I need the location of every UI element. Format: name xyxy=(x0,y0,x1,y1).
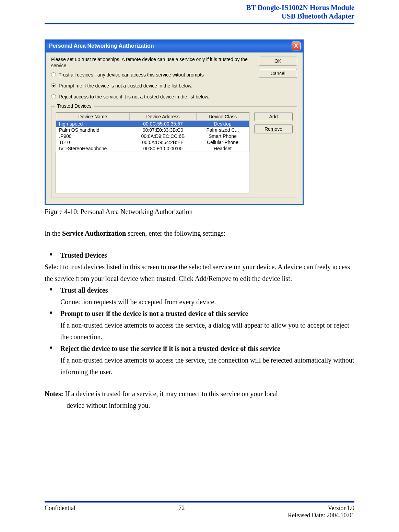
footer-page-number: 72 xyxy=(179,505,185,519)
radio-prompt-label: rompt me if the device is not a trusted … xyxy=(62,83,192,88)
pan-authorization-dialog: Personal Area Networking Authorization X… xyxy=(45,39,304,205)
radio-reject-label: eject access to the service if it is not… xyxy=(62,94,209,99)
dialog-intro-text: Please set up trust relationships. A rem… xyxy=(51,57,254,69)
list-item: Prompt to user if the device is not a tr… xyxy=(45,308,354,343)
footer-divider xyxy=(45,501,354,503)
list-item: Reject the device to use the service if … xyxy=(45,343,354,378)
notes-paragraph: Notes: If a device is trusted for a serv… xyxy=(45,388,354,411)
radio-prompt[interactable]: Prompt me if the device is not a trusted… xyxy=(51,83,254,88)
cell-class: Desktop xyxy=(197,121,249,127)
radio-icon xyxy=(51,83,56,88)
cell-name: Palm OS handheld xyxy=(56,127,129,133)
col-device-name[interactable]: Device Name xyxy=(56,113,129,121)
cell-class: Palm-sized C... xyxy=(197,127,249,133)
cell-name: high-speed-ii xyxy=(56,121,129,127)
notes-body-line2: device without informing you. xyxy=(67,400,354,411)
table-empty-area[interactable] xyxy=(56,152,249,193)
close-icon[interactable]: X xyxy=(292,42,301,50)
dialog-body: Please set up trust relationships. A rem… xyxy=(46,52,303,204)
item-heading: Reject the device to use the service if … xyxy=(60,343,354,354)
intro-suffix: screen, enter the following settings: xyxy=(126,229,225,237)
cell-addr: 00:80:E1:00:00:00 xyxy=(129,145,197,152)
dialog-title: Personal Area Networking Authorization xyxy=(49,43,154,49)
cell-class: Headset xyxy=(197,145,249,152)
table-row[interactable]: Palm OS handheld 00:07:E0:33:3B:C0 Palm-… xyxy=(56,127,249,133)
ok-button[interactable]: OK xyxy=(259,57,297,66)
header-line-1: BT Dongle-IS1002N Horus Module xyxy=(246,3,354,12)
cell-class: Smart Phone xyxy=(197,133,249,139)
item-heading: Prompt to user if the device is not a tr… xyxy=(60,308,354,319)
intro-paragraph: In the Service Authorization screen, ent… xyxy=(45,227,354,239)
item-heading: Trust all devices xyxy=(60,284,354,296)
header-title: BT Dongle-IS1002N Horus Module USB Bluet… xyxy=(45,3,354,21)
list-item: Trusted Devices xyxy=(45,249,354,261)
cell-addr: 00:07:E0:33:3B:C0 xyxy=(129,127,197,133)
radio-icon xyxy=(51,94,56,99)
footer-released: Released Date: 2004.10.01 xyxy=(288,512,354,519)
radio-trust-all-label: rust all devices - any device can access… xyxy=(61,72,204,78)
item-body: Connection requests will be accepted fro… xyxy=(60,298,216,306)
footer-confidential: Confidential xyxy=(45,505,75,519)
trusted-devices-group: Trusted Devices Device Name Device Addre… xyxy=(51,106,297,198)
header-divider xyxy=(45,23,354,24)
radio-reject[interactable]: Reject access to the service if it is no… xyxy=(51,94,254,99)
radio-trust-all[interactable]: Trust all devices - any device can acces… xyxy=(51,72,254,78)
cell-name: T610 xyxy=(56,139,129,145)
cell-name: .P900 xyxy=(56,133,129,139)
cell-name: IVT-StereoHeadphone xyxy=(56,145,129,152)
notes-label: Notes: xyxy=(45,390,63,398)
col-device-class[interactable]: Device Class xyxy=(197,113,249,121)
cancel-button[interactable]: Cancel xyxy=(259,69,297,78)
item-body: If a non-trusted device attempts to acce… xyxy=(60,356,354,376)
table-row[interactable]: T610 00:0A:D9:54:2B:EE Cellular Phone xyxy=(56,139,249,145)
figure-caption: Figure 4-10: Personal Area Networking Au… xyxy=(45,208,354,216)
item-heading: Trusted Devices xyxy=(60,249,354,261)
group-title: Trusted Devices xyxy=(55,103,94,109)
item1-body: Select to trust devices listed in this s… xyxy=(45,261,354,284)
bullet-list: Trust all devices Connection requests wi… xyxy=(45,284,354,378)
cell-addr: 00:0C:55:00:35:67 xyxy=(129,121,197,127)
radio-icon xyxy=(51,72,56,77)
item-body: If a non-trusted device attempts to acce… xyxy=(60,321,349,341)
footer-version: Version1.0 xyxy=(328,505,355,511)
col-device-address[interactable]: Device Address xyxy=(129,113,197,121)
table-header-row[interactable]: Device Name Device Address Device Class xyxy=(56,113,249,121)
dialog-titlebar[interactable]: Personal Area Networking Authorization X xyxy=(46,39,303,52)
intro-bold: Service Authorization xyxy=(62,229,126,237)
table-row[interactable]: high-speed-ii 00:0C:55:00:35:67 Desktop xyxy=(56,121,249,127)
remove-button[interactable]: Remove xyxy=(254,125,293,133)
notes-body-line1: If a device is trusted for a service, it… xyxy=(63,390,278,398)
bullet-list: Trusted Devices xyxy=(45,249,354,261)
trusted-devices-table[interactable]: Device Name Device Address Device Class … xyxy=(56,112,249,152)
intro-prefix: In the xyxy=(45,229,62,237)
table-row[interactable]: .P900 00:0A:D9:EC:CC:6B Smart Phone xyxy=(56,133,249,139)
cell-addr: 00:0A:D9:EC:CC:6B xyxy=(129,133,197,139)
header-line-2: USB Bluetooth Adapter xyxy=(282,12,354,20)
cell-addr: 00:0A:D9:54:2B:EE xyxy=(129,139,197,145)
table-row[interactable]: IVT-StereoHeadphone 00:80:E1:00:00:00 He… xyxy=(56,145,249,152)
page-footer: Confidential 72 Version1.0 Released Date… xyxy=(45,501,354,519)
cell-class: Cellular Phone xyxy=(197,139,249,145)
list-item: Trust all devices Connection requests wi… xyxy=(45,284,354,308)
add-button[interactable]: Add xyxy=(254,112,293,121)
